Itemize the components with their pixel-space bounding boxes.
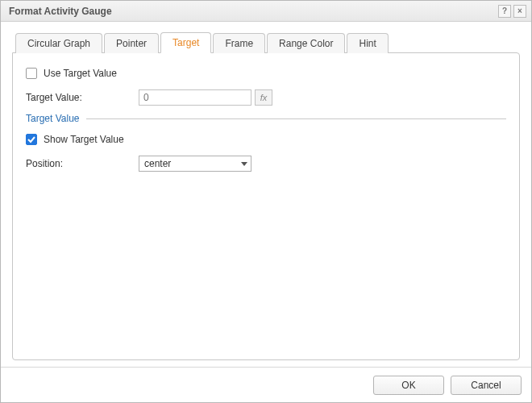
tab-frame[interactable]: Frame <box>213 33 265 53</box>
show-target-value-row: Show Target Value <box>26 131 506 148</box>
tab-strip: Circular Graph Pointer Target Frame Rang… <box>12 31 520 52</box>
section-header-target-value: Target Value <box>26 113 506 124</box>
check-icon <box>27 135 35 143</box>
use-target-value-checkbox[interactable] <box>26 68 37 79</box>
tab-panel-target: Use Target Value Target Value: fx Target… <box>12 52 520 360</box>
dialog-body: Circular Graph Pointer Target Frame Rang… <box>1 22 531 367</box>
help-icon[interactable]: ? <box>498 5 511 18</box>
fx-button[interactable]: fx <box>255 89 272 106</box>
cancel-button[interactable]: Cancel <box>451 376 522 395</box>
dialog-title: Format Activity Gauge <box>9 6 496 17</box>
section-title: Target Value <box>26 113 80 124</box>
tab-pointer[interactable]: Pointer <box>104 33 159 53</box>
target-value-label: Target Value: <box>26 92 139 103</box>
close-icon[interactable]: × <box>513 5 526 18</box>
show-target-value-label: Show Target Value <box>44 134 124 145</box>
tab-range-color[interactable]: Range Color <box>267 33 345 53</box>
position-label: Position: <box>26 158 139 169</box>
section-divider <box>86 118 507 119</box>
use-target-value-label: Use Target Value <box>44 68 117 79</box>
dialog-footer: OK Cancel <box>1 367 531 402</box>
use-target-value-row: Use Target Value <box>26 64 506 82</box>
tab-target[interactable]: Target <box>160 32 211 53</box>
tab-circular-graph[interactable]: Circular Graph <box>15 33 102 53</box>
position-row: Position: center <box>26 155 506 172</box>
target-value-input[interactable] <box>139 89 251 106</box>
target-value-row: Target Value: fx <box>26 89 506 106</box>
ok-button[interactable]: OK <box>373 376 444 395</box>
position-select[interactable]: center <box>139 156 251 172</box>
show-target-value-checkbox[interactable] <box>26 134 37 145</box>
position-select-value: center <box>139 156 251 172</box>
titlebar: Format Activity Gauge ? × <box>1 1 531 22</box>
tab-hint[interactable]: Hint <box>347 33 388 53</box>
dialog: Format Activity Gauge ? × Circular Graph… <box>0 0 532 403</box>
